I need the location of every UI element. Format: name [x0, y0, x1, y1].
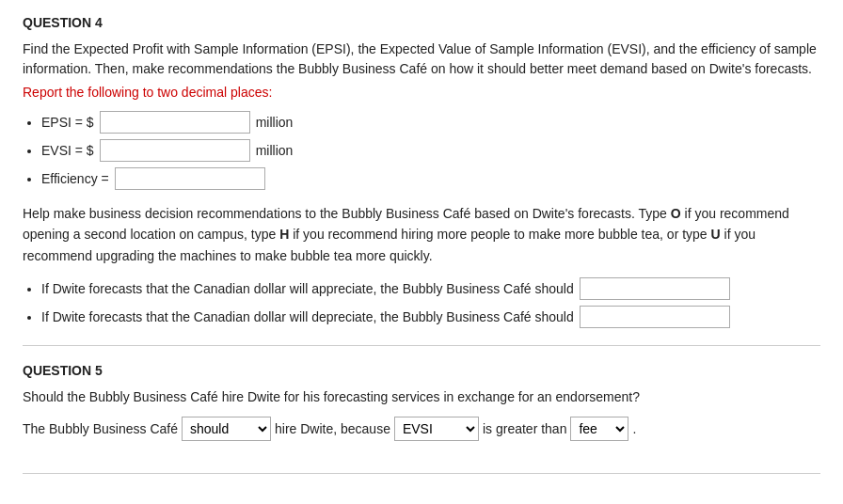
help-text-3: if you recommend hiring more people to m… [289, 227, 710, 242]
evsi-label: EVSI = $ [41, 143, 94, 158]
q5-answer-row: The Bubbly Business Café should should n… [23, 417, 820, 441]
section-divider-1 [23, 345, 820, 346]
q5-period: . [632, 421, 636, 436]
depreciate-input[interactable] [580, 306, 730, 328]
depreciate-text: If Dwite forecasts that the Canadian dol… [41, 309, 574, 324]
help-bold-H: H [279, 227, 289, 242]
epsi-label: EPSI = $ [41, 115, 94, 130]
question-4-block: QUESTION 4 Find the Expected Profit with… [23, 15, 820, 328]
q4-inputs-list: EPSI = $ million EVSI = $ million Effici… [23, 111, 820, 190]
epsi-unit: million [256, 115, 294, 130]
help-bold-U: U [711, 227, 721, 242]
depreciate-row: If Dwite forecasts that the Canadian dol… [41, 306, 820, 328]
q4-recommendations-list: If Dwite forecasts that the Canadian dol… [23, 277, 820, 328]
efficiency-row: Efficiency = [41, 167, 820, 190]
help-bold-O: O [671, 206, 681, 221]
page-container: QUESTION 4 Find the Expected Profit with… [0, 0, 843, 504]
help-text-1: Help make business decision recommendati… [23, 206, 671, 221]
q5-dropdown2[interactable]: EVSI EPSI Efficiency [394, 417, 479, 441]
q4-text: Find the Expected Profit with Sample Inf… [23, 39, 820, 79]
epsi-input[interactable] [100, 111, 250, 134]
q4-instruction: Report the following to two decimal plac… [23, 85, 820, 100]
section-divider-2 [23, 473, 820, 474]
q5-static-start: The Bubbly Business Café [23, 421, 178, 436]
q4-header: QUESTION 4 [23, 15, 820, 30]
efficiency-label: Efficiency = [41, 171, 109, 186]
question-5-block: QUESTION 5 Should the Bubbly Business Ca… [23, 363, 820, 456]
epsi-row: EPSI = $ million [41, 111, 820, 134]
q5-header: QUESTION 5 [23, 363, 820, 378]
appreciate-row: If Dwite forecasts that the Canadian dol… [41, 277, 820, 300]
efficiency-input[interactable] [115, 167, 265, 190]
appreciate-text: If Dwite forecasts that the Canadian dol… [41, 281, 574, 296]
evsi-row: EVSI = $ million [41, 139, 820, 162]
appreciate-input[interactable] [580, 277, 730, 300]
evsi-unit: million [256, 143, 294, 158]
q5-text: Should the Bubbly Business Café hire Dwi… [23, 387, 820, 407]
q5-is-greater-than: is greater than [483, 421, 567, 436]
q5-hire-text: hire Dwite, because [275, 421, 390, 436]
evsi-input[interactable] [100, 139, 250, 162]
q4-help-text: Help make business decision recommendati… [23, 203, 820, 266]
q5-dropdown1[interactable]: should should not [182, 417, 271, 441]
q5-dropdown3[interactable]: fee EVSI EPSI [570, 417, 628, 441]
